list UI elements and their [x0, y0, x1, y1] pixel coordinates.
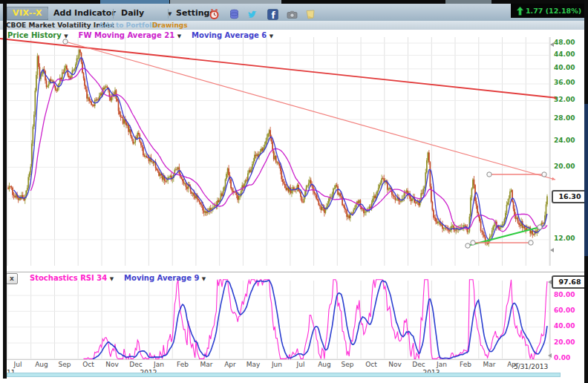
ma6-line [14, 57, 547, 240]
ma21-line [30, 68, 547, 232]
price-axis-label: 36.00 [554, 79, 587, 86]
axis-scroll-arrow[interactable] [550, 248, 554, 252]
month-label: Nov [384, 361, 406, 368]
chevron-down-icon[interactable]: ▼ [177, 33, 181, 39]
month-label: Jan [431, 361, 453, 368]
chevron-down-icon[interactable]: ▼ [202, 276, 206, 282]
month-label: Mar [195, 361, 218, 368]
axis-scroll-arrow[interactable] [548, 353, 552, 358]
chevron-down-icon[interactable]: ▼ [270, 33, 273, 39]
trendline-drawings[interactable] [0, 39, 558, 248]
month-label: Dec [125, 361, 147, 368]
month-label: Mar [478, 361, 500, 368]
month-label: Nov [101, 361, 123, 368]
indicator-axis-label: 60.00 [554, 307, 587, 314]
last-price-box: 16.30 [552, 190, 588, 203]
month-label: Apr [219, 361, 241, 368]
price-axis-label: 48.00 [554, 39, 587, 46]
price-axis-label: 20.00 [554, 163, 587, 170]
last-indicator-box: 97.68 [552, 275, 588, 289]
month-label: Feb [454, 361, 477, 368]
month-label: May [242, 361, 264, 368]
gridlines [3, 37, 584, 360]
left-window-border [3, 4, 7, 379]
month-label: Oct [77, 361, 99, 368]
month-label: Sep [53, 361, 76, 368]
price-axis-label: 32.00 [554, 96, 587, 103]
price-axis-label: 24.00 [554, 137, 587, 144]
price-axis-label: 44.00 [554, 50, 587, 58]
month-label: Jul [290, 361, 312, 368]
right-scrollbar[interactable] [584, 104, 588, 256]
chevron-down-icon[interactable]: ▼ [64, 33, 68, 39]
month-label: Dec [408, 361, 430, 368]
indicator-axis-label: 40.00 [554, 322, 587, 330]
stoch-rsi-line [84, 280, 548, 359]
price-axis-label: 40.00 [554, 64, 587, 71]
price-axis-label: 12.00 [554, 235, 587, 242]
end-date-label: 5/31/2013 [514, 363, 548, 370]
legend-ma21[interactable]: FW Moving Average 21 ▼ [79, 31, 181, 39]
indicator-axis-label: 0.00 [554, 354, 587, 361]
indicator-axis-label: 20.00 [554, 338, 587, 346]
indicator-axis-label: 80.00 [554, 291, 587, 298]
month-label: Jul [7, 361, 29, 368]
candlestick-series [7, 49, 548, 247]
month-label: Jun [266, 361, 288, 368]
price-legend: Price History ▼ FW Moving Average 21 ▼ M… [7, 31, 273, 39]
month-label: Jan [148, 361, 170, 368]
month-label: Aug [30, 361, 53, 368]
legend-ma9[interactable]: Moving Average 9 ▼ [124, 274, 206, 282]
indicator-legend: Stochastics RSI 34 ▼ Moving Average 9 ▼ [30, 274, 206, 282]
app-window: VIX--X Add Indicator Daily ▼ Settings f [0, 0, 588, 383]
horizontal-scrollbar[interactable] [7, 373, 561, 377]
month-label: Sep [336, 361, 359, 368]
chart-canvas [0, 0, 588, 383]
close-indicator-button[interactable]: x [6, 273, 18, 284]
month-label: Oct [360, 361, 382, 368]
legend-stoch-rsi[interactable]: Stochastics RSI 34 ▼ [30, 274, 114, 282]
chevron-down-icon[interactable]: ▼ [110, 276, 114, 282]
legend-price-history[interactable]: Price History ▼ [7, 31, 68, 39]
price-axis-label: 28.00 [554, 114, 587, 122]
month-label: Aug [313, 361, 336, 368]
legend-ma6[interactable]: Moving Average 6 ▼ [192, 31, 273, 39]
month-label: Feb [172, 361, 194, 368]
axis-scroll-arrow[interactable] [548, 280, 552, 284]
axis-scroll-arrow[interactable] [550, 42, 554, 47]
